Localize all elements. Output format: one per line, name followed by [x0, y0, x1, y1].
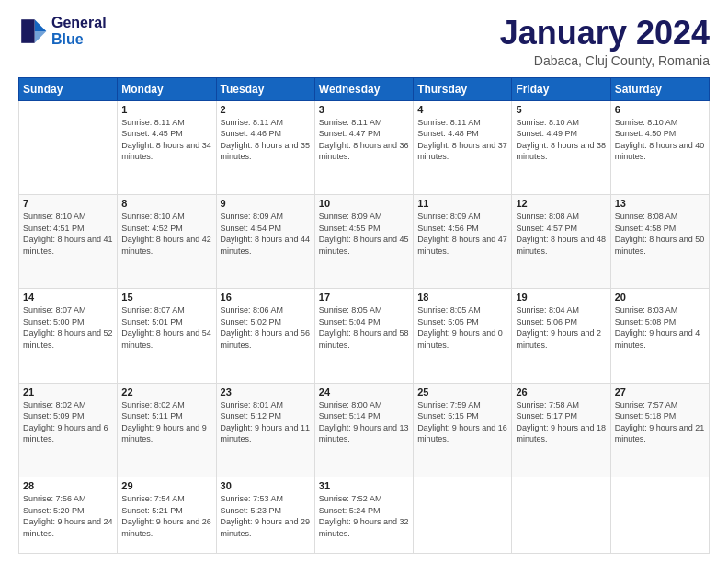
day-number: 6: [615, 104, 705, 115]
day-info: Sunrise: 7:59 AMSunset: 5:15 PMDaylight:…: [417, 399, 507, 445]
day-info: Sunrise: 8:06 AMSunset: 5:02 PMDaylight:…: [221, 304, 311, 350]
table-row: 2 Sunrise: 8:11 AMSunset: 4:46 PMDayligh…: [216, 100, 314, 194]
day-info: Sunrise: 8:11 AMSunset: 4:47 PMDaylight:…: [319, 117, 409, 163]
table-row: 6 Sunrise: 8:10 AMSunset: 4:50 PMDayligh…: [610, 100, 709, 194]
day-number: 30: [221, 480, 311, 491]
day-number: 9: [221, 198, 311, 209]
day-number: 24: [319, 386, 409, 397]
logo-text: General Blue: [51, 15, 107, 47]
day-number: 13: [615, 198, 705, 209]
table-row: 22 Sunrise: 8:02 AMSunset: 5:11 PMDaylig…: [118, 383, 216, 477]
day-number: 23: [221, 386, 311, 397]
day-info: Sunrise: 8:11 AMSunset: 4:48 PMDaylight:…: [417, 117, 507, 163]
col-friday: Friday: [512, 77, 610, 100]
table-row: 27 Sunrise: 7:57 AMSunset: 5:18 PMDaylig…: [610, 383, 709, 477]
day-number: 29: [121, 480, 211, 491]
title-area: January 2024 Dabaca, Cluj County, Romani…: [500, 15, 710, 68]
col-tuesday: Tuesday: [216, 77, 314, 100]
day-info: Sunrise: 8:01 AMSunset: 5:12 PMDaylight:…: [221, 399, 311, 445]
day-number: 7: [23, 198, 113, 209]
day-number: 12: [516, 198, 606, 209]
header: General Blue January 2024 Dabaca, Cluj C…: [18, 15, 710, 68]
day-info: Sunrise: 8:05 AMSunset: 5:05 PMDaylight:…: [417, 304, 507, 350]
logo-line1: General: [51, 15, 107, 31]
col-saturday: Saturday: [610, 77, 709, 100]
day-info: Sunrise: 8:00 AMSunset: 5:14 PMDaylight:…: [319, 399, 409, 445]
day-info: Sunrise: 8:10 AMSunset: 4:50 PMDaylight:…: [615, 117, 705, 163]
table-row: 5 Sunrise: 8:10 AMSunset: 4:49 PMDayligh…: [512, 100, 610, 194]
logo-icon: [18, 17, 48, 46]
table-row: 16 Sunrise: 8:06 AMSunset: 5:02 PMDaylig…: [216, 289, 314, 383]
day-number: 8: [121, 198, 211, 209]
table-row: 9 Sunrise: 8:09 AMSunset: 4:54 PMDayligh…: [216, 194, 314, 288]
day-number: 26: [516, 386, 606, 397]
table-row: 14 Sunrise: 8:07 AMSunset: 5:00 PMDaylig…: [19, 289, 118, 383]
table-row: 28 Sunrise: 7:56 AMSunset: 5:20 PMDaylig…: [19, 477, 118, 553]
logo: General Blue: [18, 15, 107, 47]
month-title: January 2024: [500, 15, 710, 52]
day-number: 1: [121, 104, 211, 115]
svg-rect-2: [21, 19, 34, 43]
page: General Blue January 2024 Dabaca, Cluj C…: [0, 0, 728, 563]
col-sunday: Sunday: [19, 77, 118, 100]
table-row: 31 Sunrise: 7:52 AMSunset: 5:24 PMDaylig…: [314, 477, 413, 553]
day-info: Sunrise: 8:08 AMSunset: 4:57 PMDaylight:…: [516, 211, 606, 257]
subtitle: Dabaca, Cluj County, Romania: [500, 53, 710, 68]
day-number: 18: [417, 292, 507, 303]
day-info: Sunrise: 8:11 AMSunset: 4:45 PMDaylight:…: [121, 117, 211, 163]
day-info: Sunrise: 8:03 AMSunset: 5:08 PMDaylight:…: [615, 304, 705, 350]
table-row: 3 Sunrise: 8:11 AMSunset: 4:47 PMDayligh…: [314, 100, 413, 194]
table-row: 24 Sunrise: 8:00 AMSunset: 5:14 PMDaylig…: [314, 383, 413, 477]
calendar-header-row: Sunday Monday Tuesday Wednesday Thursday…: [19, 77, 710, 100]
day-number: 20: [615, 292, 705, 303]
day-info: Sunrise: 8:07 AMSunset: 5:01 PMDaylight:…: [121, 304, 211, 350]
col-wednesday: Wednesday: [314, 77, 413, 100]
day-info: Sunrise: 8:10 AMSunset: 4:49 PMDaylight:…: [516, 117, 606, 163]
table-row: 10 Sunrise: 8:09 AMSunset: 4:55 PMDaylig…: [314, 194, 413, 288]
day-number: 10: [319, 198, 409, 209]
day-info: Sunrise: 8:09 AMSunset: 4:56 PMDaylight:…: [417, 211, 507, 257]
logo-line2: Blue: [51, 31, 107, 48]
table-row: 21 Sunrise: 8:02 AMSunset: 5:09 PMDaylig…: [19, 383, 118, 477]
day-info: Sunrise: 7:57 AMSunset: 5:18 PMDaylight:…: [615, 399, 705, 445]
day-info: Sunrise: 8:08 AMSunset: 4:58 PMDaylight:…: [615, 211, 705, 257]
table-row: 12 Sunrise: 8:08 AMSunset: 4:57 PMDaylig…: [512, 194, 610, 288]
day-info: Sunrise: 7:54 AMSunset: 5:21 PMDaylight:…: [121, 493, 211, 539]
table-row: 17 Sunrise: 8:05 AMSunset: 5:04 PMDaylig…: [314, 289, 413, 383]
day-info: Sunrise: 8:10 AMSunset: 4:52 PMDaylight:…: [121, 211, 211, 257]
day-number: 16: [221, 292, 311, 303]
col-monday: Monday: [118, 77, 216, 100]
day-info: Sunrise: 8:05 AMSunset: 5:04 PMDaylight:…: [319, 304, 409, 350]
table-row: 11 Sunrise: 8:09 AMSunset: 4:56 PMDaylig…: [414, 194, 512, 288]
day-number: 27: [615, 386, 705, 397]
day-number: 11: [417, 198, 507, 209]
table-row: 4 Sunrise: 8:11 AMSunset: 4:48 PMDayligh…: [414, 100, 512, 194]
day-number: 31: [319, 480, 409, 491]
day-number: 14: [23, 292, 113, 303]
day-number: 5: [516, 104, 606, 115]
day-number: 2: [221, 104, 311, 115]
table-row: [610, 477, 709, 553]
table-row: 23 Sunrise: 8:01 AMSunset: 5:12 PMDaylig…: [216, 383, 314, 477]
day-info: Sunrise: 8:04 AMSunset: 5:06 PMDaylight:…: [516, 304, 606, 350]
day-info: Sunrise: 7:52 AMSunset: 5:24 PMDaylight:…: [319, 493, 409, 539]
day-number: 25: [417, 386, 507, 397]
day-number: 3: [319, 104, 409, 115]
table-row: 30 Sunrise: 7:53 AMSunset: 5:23 PMDaylig…: [216, 477, 314, 553]
day-number: 4: [417, 104, 507, 115]
day-info: Sunrise: 8:02 AMSunset: 5:11 PMDaylight:…: [121, 399, 211, 445]
day-info: Sunrise: 8:02 AMSunset: 5:09 PMDaylight:…: [23, 399, 113, 445]
day-info: Sunrise: 7:58 AMSunset: 5:17 PMDaylight:…: [516, 399, 606, 445]
svg-marker-0: [35, 19, 47, 31]
day-number: 28: [23, 480, 113, 491]
table-row: [414, 477, 512, 553]
table-row: 1 Sunrise: 8:11 AMSunset: 4:45 PMDayligh…: [118, 100, 216, 194]
table-row: 20 Sunrise: 8:03 AMSunset: 5:08 PMDaylig…: [610, 289, 709, 383]
svg-marker-1: [35, 31, 47, 43]
table-row: 15 Sunrise: 8:07 AMSunset: 5:01 PMDaylig…: [118, 289, 216, 383]
day-info: Sunrise: 8:11 AMSunset: 4:46 PMDaylight:…: [221, 117, 311, 163]
table-row: 7 Sunrise: 8:10 AMSunset: 4:51 PMDayligh…: [19, 194, 118, 288]
table-row: 19 Sunrise: 8:04 AMSunset: 5:06 PMDaylig…: [512, 289, 610, 383]
day-info: Sunrise: 8:07 AMSunset: 5:00 PMDaylight:…: [23, 304, 113, 350]
day-info: Sunrise: 7:53 AMSunset: 5:23 PMDaylight:…: [221, 493, 311, 539]
